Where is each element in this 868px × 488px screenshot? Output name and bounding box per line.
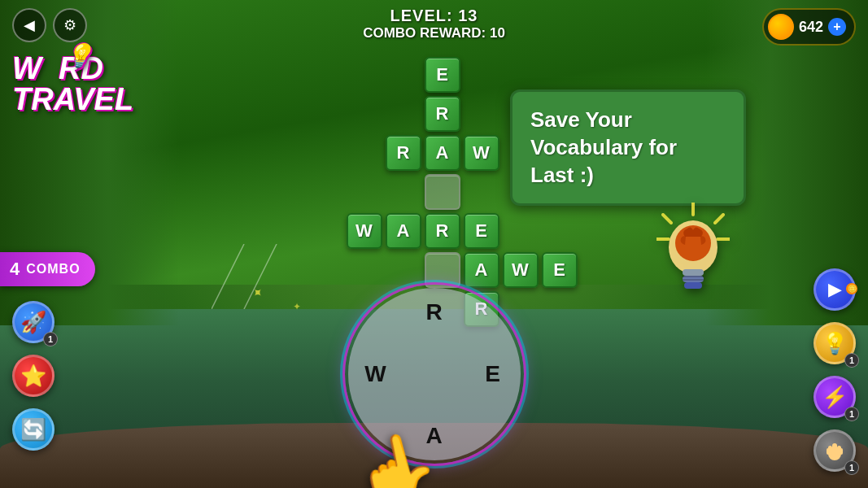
powerup-video: ▶ 🪙 xyxy=(813,268,856,311)
top-left-buttons: ◀ ⚙ xyxy=(12,8,87,42)
tile-R-1: R xyxy=(425,96,460,132)
tile-W-1: W xyxy=(464,135,499,171)
tooltip-text: Save Your Vocabulary for Last :) xyxy=(530,107,726,189)
tile-E-2: E xyxy=(464,213,499,249)
settings-button[interactable]: ⚙ xyxy=(53,8,87,42)
svg-rect-15 xyxy=(684,282,702,289)
settings-icon: ⚙ xyxy=(63,16,76,34)
lightning-count: 1 xyxy=(844,407,859,421)
level-label: LEVEL: 13 xyxy=(363,7,505,25)
tile-A-1: A xyxy=(425,135,460,171)
ui-layer: ◀ ⚙ LEVEL: 13 COMBO REWARD: 10 642 + W💡 … xyxy=(0,0,868,488)
svg-rect-4 xyxy=(827,448,830,455)
finger-count: 1 xyxy=(844,460,859,475)
brain-bulb-illustration xyxy=(644,220,742,325)
tile-R-3: R xyxy=(425,213,460,249)
wheel-letter-e: E xyxy=(478,359,508,389)
refresh-button[interactable]: 🔄 xyxy=(12,408,55,451)
svg-line-18 xyxy=(212,244,244,309)
tile-W-2: W xyxy=(347,213,382,249)
star-button[interactable]: ⭐ xyxy=(12,355,55,397)
powerups-left: 🚀 1 ⭐ 🔄 xyxy=(12,301,55,451)
coin-badge: 642 + xyxy=(762,8,856,46)
powerup-finger: 1 xyxy=(813,429,856,472)
svg-rect-16 xyxy=(683,276,704,277)
svg-line-7 xyxy=(663,215,671,223)
bulb-count: 1 xyxy=(844,353,859,368)
wheel-letter-r: R xyxy=(420,298,449,327)
rocket-count: 1 xyxy=(43,332,58,346)
lightning-lines xyxy=(212,244,309,309)
wheel-letter-w: W xyxy=(361,359,390,389)
tile-A-3: A xyxy=(464,252,499,288)
tile-E-3: E xyxy=(542,252,578,288)
coin-icon xyxy=(768,14,794,40)
tile-W-3: W xyxy=(503,252,539,288)
tile-A-2: A xyxy=(386,213,421,249)
svg-line-19 xyxy=(244,244,277,309)
top-bar: ◀ ⚙ LEVEL: 13 COMBO REWARD: 10 642 + xyxy=(0,0,868,54)
powerup-lightning: ⚡ 1 xyxy=(813,376,856,418)
powerup-star: ⭐ xyxy=(12,355,55,397)
combo-number: 4 xyxy=(10,259,20,280)
tile-empty-2 xyxy=(425,252,460,288)
powerup-rocket: 🚀 1 xyxy=(12,301,55,343)
hand-icon xyxy=(823,439,846,462)
back-button[interactable]: ◀ xyxy=(12,8,46,42)
svg-rect-5 xyxy=(840,448,843,455)
combo-label: COMBO xyxy=(26,262,80,277)
svg-rect-13 xyxy=(683,269,704,276)
logo: W💡 RD TRAVEL xyxy=(12,53,133,115)
combo-reward-label: COMBO REWARD: 10 xyxy=(363,25,505,41)
level-info: LEVEL: 13 COMBO REWARD: 10 xyxy=(363,7,505,41)
svg-rect-17 xyxy=(683,279,704,281)
powerup-bulb: 💡 1 xyxy=(813,322,856,364)
svg-line-8 xyxy=(715,215,723,223)
add-coins-button[interactable]: + xyxy=(828,18,846,36)
lightbulb-svg xyxy=(656,203,730,308)
logo-travel: TRAVEL xyxy=(12,84,133,115)
tile-empty-1 xyxy=(425,174,460,210)
tile-E-top: E xyxy=(425,57,460,93)
logo-word: W💡 RD xyxy=(12,53,133,84)
svg-rect-1 xyxy=(832,443,837,455)
tooltip-box: Save Your Vocabulary for Last :) xyxy=(510,89,746,206)
powerup-refresh: 🔄 xyxy=(12,408,55,451)
letter-wheel[interactable]: R W E A 👆 xyxy=(345,285,524,464)
coin-count: 642 xyxy=(799,19,823,36)
tile-R-2: R xyxy=(386,135,421,171)
combo-badge: 4 COMBO xyxy=(0,252,95,286)
logo-bulb: 💡 xyxy=(65,45,94,68)
powerups-right: ▶ 🪙 💡 1 ⚡ 1 1 xyxy=(813,268,856,472)
back-icon: ◀ xyxy=(24,16,35,34)
